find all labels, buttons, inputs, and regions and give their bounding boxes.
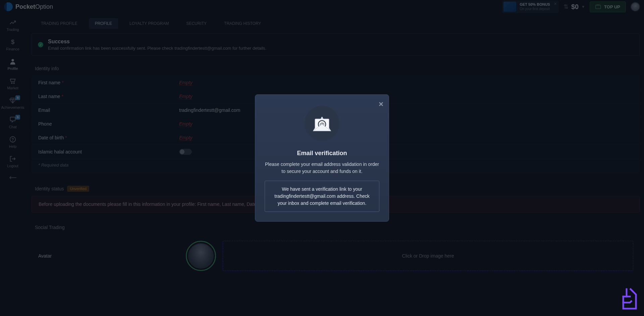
close-icon[interactable]: × <box>379 99 383 109</box>
modal-overlay[interactable]: × @ Email verification Please complete y… <box>0 0 644 316</box>
watermark-icon <box>621 287 639 313</box>
envelope-icon: @ <box>265 105 379 142</box>
modal-title: Email verification <box>265 150 379 157</box>
email-verification-modal: × @ Email verification Please complete y… <box>255 94 389 222</box>
modal-description: Please complete your email address valid… <box>265 161 379 175</box>
modal-info-box: We have sent a verification link to your… <box>265 181 379 212</box>
